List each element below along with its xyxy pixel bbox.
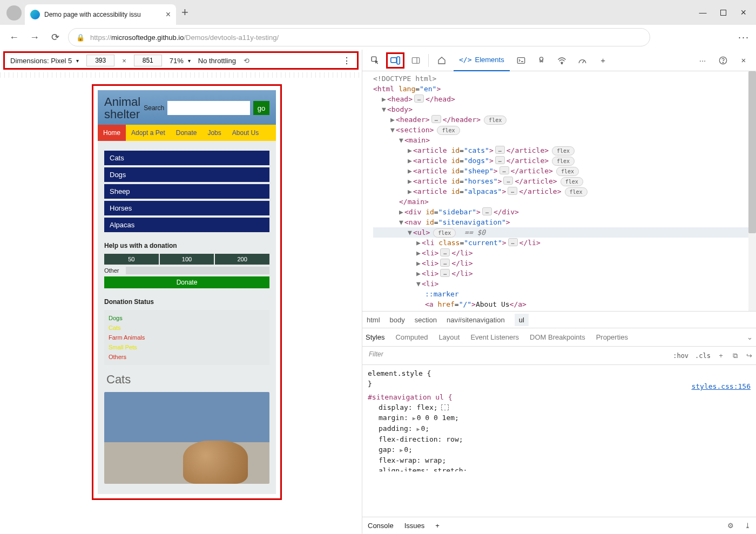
dom-node[interactable]: </main> (373, 197, 748, 207)
css-source-link[interactable]: styles.css:156 (691, 381, 751, 391)
dom-node[interactable]: ▼<nav id="sitenavigation"> (373, 217, 748, 227)
dom-node[interactable]: ▼<li> (373, 279, 748, 289)
css-declaration[interactable]: align-items: stretch; (368, 465, 751, 471)
dom-node[interactable]: ▶<article id="cats">…</article>flex (373, 145, 748, 156)
back-button[interactable]: ← (6, 30, 22, 45)
donate-button[interactable]: Donate (104, 276, 269, 288)
forward-button[interactable]: → (27, 30, 42, 45)
dom-node[interactable]: ▶<li>…</li> (373, 258, 748, 268)
styles-source[interactable]: element.style { } #sitenavigation ul { s… (362, 365, 756, 517)
dom-node[interactable]: ▶<article id="dogs">…</article>flex (373, 156, 748, 166)
nav-tab[interactable]: Jobs (202, 125, 226, 141)
welcome-tab[interactable] (432, 50, 451, 71)
breadcrumb-item[interactable]: nav#sitenavigation (447, 316, 505, 324)
breadcrumb-item[interactable]: ul (515, 314, 529, 326)
dom-node[interactable]: <!DOCTYPE html> (373, 73, 748, 84)
drawer-tab-issues[interactable]: Issues (404, 522, 425, 530)
breadcrumb-item[interactable]: body (390, 316, 405, 324)
dom-node[interactable]: <html lang="en"> (373, 84, 748, 94)
dom-node[interactable]: ▶<li class="current">…</li> (373, 238, 748, 248)
donation-amount-button[interactable]: 200 (215, 254, 269, 265)
styles-filter-input[interactable]: Filter (366, 349, 666, 362)
devtools-more-icon[interactable]: ··· (693, 52, 712, 69)
css-declaration[interactable]: display: flex; (368, 402, 751, 413)
dom-node[interactable]: ▼<section>flex (373, 125, 748, 135)
scrollbar[interactable] (748, 71, 756, 311)
new-style-icon[interactable]: + (714, 352, 728, 360)
nav-tab[interactable]: About Us (227, 125, 264, 141)
animal-link[interactable]: Sheep (104, 184, 269, 199)
nav-tab[interactable]: Adopt a Pet (126, 125, 171, 141)
styles-settings-icon[interactable]: ↪ (742, 352, 756, 360)
css-declaration[interactable]: flex-wrap: wrap; (368, 455, 751, 465)
browser-tab[interactable]: Demo page with accessibility issu × (25, 4, 176, 25)
styles-subtab[interactable]: Styles (366, 328, 384, 346)
help-icon[interactable] (714, 52, 732, 69)
profile-avatar[interactable] (6, 5, 22, 21)
dimensions-dropdown[interactable]: Dimensions: Pixel 5 (10, 57, 79, 65)
css-declaration[interactable]: margin: ▶0 0 0 1em; (368, 413, 751, 423)
css-declaration[interactable]: flex-direction: row; (368, 434, 751, 444)
console-tab-icon[interactable] (512, 52, 530, 69)
device-more-icon[interactable]: ⋮ (342, 56, 352, 66)
drawer-add-icon[interactable]: + (435, 522, 440, 530)
styles-subtab[interactable]: Computed (395, 328, 428, 346)
performance-tab-icon[interactable] (573, 52, 592, 69)
donation-amount-button[interactable]: 100 (160, 254, 214, 265)
search-input[interactable] (167, 101, 250, 115)
drawer-settings-icon[interactable]: ⚙ (727, 522, 734, 530)
dom-node[interactable]: ▶<article id="horses">…</article>flex (373, 176, 748, 186)
hov-toggle[interactable]: :hov (670, 352, 692, 360)
sources-tab-icon[interactable] (532, 52, 551, 69)
dom-node[interactable]: ▼<body> (373, 104, 748, 114)
other-amount-input[interactable] (126, 267, 269, 274)
dom-node[interactable]: ▼<main> (373, 135, 748, 145)
close-window-icon[interactable]: × (740, 7, 746, 18)
add-tab-icon[interactable]: + (594, 52, 612, 69)
dom-node[interactable]: <a href="/">About Us</a> (373, 299, 748, 309)
dock-icon[interactable] (407, 52, 425, 69)
address-bar[interactable]: 🔒 https://microsoftedge.github.io/Demos/… (68, 28, 650, 46)
dom-node[interactable]: ▶<li>…</li> (373, 268, 748, 279)
network-tab-icon[interactable] (553, 52, 571, 69)
inspect-element-icon[interactable] (366, 52, 384, 69)
breadcrumb[interactable]: htmlbodysectionnav#sitenavigationul (362, 311, 756, 328)
device-toggle-icon[interactable] (386, 52, 404, 69)
dom-node[interactable]: ▼<ul>flex == $0 (373, 227, 748, 238)
animal-link[interactable]: Horses (104, 201, 269, 215)
zoom-dropdown[interactable]: 71% (170, 57, 191, 65)
breadcrumb-item[interactable]: section (415, 316, 437, 324)
device-width-input[interactable] (86, 55, 114, 66)
maximize-icon[interactable] (720, 10, 726, 16)
elements-tab[interactable]: </> Elements (454, 50, 510, 71)
styles-subtab[interactable]: DOM Breakpoints (530, 328, 585, 346)
css-declaration[interactable]: gap: ▶0; (368, 444, 751, 455)
dom-node[interactable]: ▶<head>…</head> (373, 94, 748, 104)
device-height-input[interactable] (134, 55, 162, 66)
dom-node[interactable]: ▶<div id="sidebar">…</div> (373, 207, 748, 217)
nav-tab[interactable]: Home (98, 125, 126, 141)
drawer-tab-console[interactable]: Console (368, 522, 394, 530)
close-tab-icon[interactable]: × (166, 10, 171, 19)
animal-link[interactable]: Dogs (104, 167, 269, 182)
animal-link[interactable]: Alpacas (104, 218, 269, 232)
drawer-collapse-icon[interactable]: ⤓ (745, 522, 751, 530)
rotate-icon[interactable]: ⟲ (244, 57, 249, 65)
new-tab-button[interactable]: + (181, 5, 188, 19)
styles-subtab[interactable]: Layout (438, 328, 460, 346)
refresh-button[interactable]: ⟳ (48, 30, 63, 45)
minimize-icon[interactable]: — (699, 8, 706, 17)
css-declaration[interactable]: padding: ▶0; (368, 423, 751, 434)
dom-node[interactable]: ▶<li>…</li> (373, 248, 748, 258)
go-button[interactable]: go (253, 101, 269, 115)
cls-toggle[interactable]: .cls (692, 352, 714, 360)
close-devtools-icon[interactable]: × (734, 52, 753, 69)
animal-link[interactable]: Cats (104, 151, 269, 165)
chevron-down-icon[interactable]: ⌄ (747, 333, 753, 341)
styles-subtab[interactable]: Properties (596, 328, 628, 346)
browser-menu-icon[interactable]: ··· (738, 32, 750, 43)
dom-node[interactable]: ::marker (373, 289, 748, 299)
dom-node[interactable]: ▶<article id="alpacas">…</article>flex (373, 186, 748, 197)
dom-node[interactable]: ▶<header>…</header>flex (373, 114, 748, 125)
nav-tab[interactable]: Donate (171, 125, 202, 141)
